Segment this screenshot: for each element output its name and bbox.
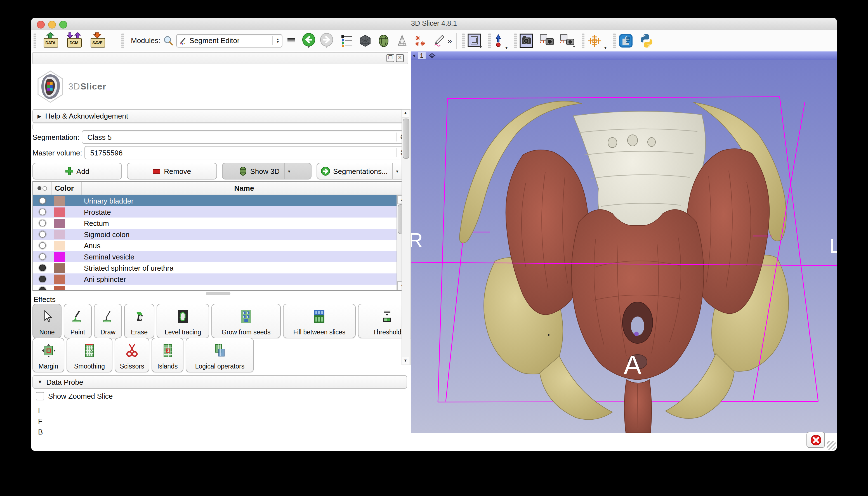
threed-view-controller-bar[interactable]: ◄ 1 bbox=[411, 51, 837, 60]
add-segment-button[interactable]: Add bbox=[32, 163, 122, 180]
master-volume-combobox[interactable]: 51755596 ▲▼ bbox=[85, 146, 406, 159]
segment-row[interactable]: Anus bbox=[33, 240, 397, 251]
segment-color-swatch[interactable] bbox=[54, 274, 65, 284]
segment-color-swatch[interactable] bbox=[54, 285, 65, 291]
segment-color-swatch[interactable] bbox=[54, 241, 65, 250]
extensions-manager-icon[interactable] bbox=[618, 33, 634, 48]
module-forward-button[interactable] bbox=[319, 33, 334, 48]
panel-scrollbar-thumb[interactable] bbox=[403, 119, 409, 159]
toolbar-grip[interactable] bbox=[582, 33, 585, 48]
threed-viewport[interactable]: R L A bbox=[411, 60, 837, 433]
toolbar-grip[interactable] bbox=[613, 33, 616, 48]
toolbar-grip[interactable] bbox=[121, 33, 124, 48]
segment-color-swatch[interactable] bbox=[54, 230, 65, 239]
save-button[interactable]: SAVE bbox=[89, 33, 106, 48]
effect-fill-between-slices-button[interactable]: Fill between slices bbox=[283, 304, 356, 338]
models-module-icon[interactable] bbox=[396, 34, 409, 47]
viewbar-collapse-icon[interactable]: ◄ bbox=[412, 53, 416, 58]
segmentations-dropdown[interactable]: ▼ bbox=[392, 163, 402, 179]
module-search-icon[interactable] bbox=[163, 35, 174, 46]
panel-float-icon[interactable]: ❐ bbox=[386, 54, 394, 62]
name-column-header[interactable]: Name bbox=[82, 182, 407, 195]
module-selector-combobox[interactable]: Segment Editor ▲▼ bbox=[176, 34, 282, 47]
help-acknowledgement-section[interactable]: ▶ Help & Acknowledgement bbox=[32, 109, 407, 123]
visibility-eye-icon[interactable] bbox=[33, 220, 51, 227]
crosshair-dropdown[interactable]: ▼ bbox=[603, 46, 607, 50]
segment-row[interactable]: Prostate bbox=[33, 206, 397, 218]
segment-color-swatch[interactable] bbox=[54, 196, 65, 205]
segmentation-combobox[interactable]: Class 5 ▲▼ bbox=[82, 130, 406, 144]
view-pin-icon[interactable] bbox=[429, 52, 436, 59]
visibility-eye-icon[interactable] bbox=[33, 242, 51, 249]
screenshot-icon[interactable] bbox=[519, 33, 535, 48]
visibility-eye-icon[interactable] bbox=[33, 264, 51, 271]
segment-row[interactable]: Ani sphincter bbox=[33, 274, 397, 285]
segment-color-swatch[interactable] bbox=[54, 207, 65, 217]
segment-row[interactable]: Seminal vesicle bbox=[33, 251, 397, 262]
toolbar-grip[interactable] bbox=[514, 33, 517, 48]
toolbar-grip[interactable] bbox=[34, 33, 36, 48]
mouse-mode-icon[interactable] bbox=[493, 33, 503, 48]
visibility-eye-icon[interactable] bbox=[33, 231, 51, 238]
panel-scroll-up-icon[interactable]: ▲ bbox=[402, 110, 409, 118]
color-column-header[interactable]: Color bbox=[52, 182, 82, 195]
subject-hierarchy-icon[interactable] bbox=[340, 34, 354, 47]
dicom-button[interactable]: DCM bbox=[65, 33, 82, 48]
segment-row[interactable]: Sigmoid colon bbox=[33, 229, 397, 240]
visibility-eye-icon[interactable] bbox=[33, 197, 51, 204]
data-probe-section[interactable]: ▼ Data Probe bbox=[32, 375, 407, 389]
show-3d-dropdown[interactable]: ▼ bbox=[284, 163, 294, 179]
toolbar-grip[interactable] bbox=[488, 33, 491, 48]
error-log-button[interactable] bbox=[806, 432, 825, 448]
layout-selector-icon[interactable] bbox=[467, 33, 484, 48]
load-data-button[interactable]: DATA bbox=[42, 33, 59, 48]
segment-row[interactable]: Rectum bbox=[33, 218, 397, 229]
segment-color-swatch[interactable] bbox=[54, 218, 65, 228]
effect-grow-from-seeds-button[interactable]: Grow from seeds bbox=[212, 304, 281, 338]
splitter-handle[interactable] bbox=[206, 292, 230, 295]
effect-logical-operators-button[interactable]: Logical operators bbox=[186, 338, 254, 372]
module-back-button[interactable] bbox=[301, 33, 316, 48]
scene-view-capture-icon[interactable] bbox=[539, 33, 556, 48]
module-combo-spinner[interactable]: ▲▼ bbox=[273, 36, 280, 45]
effect-scissors-button[interactable]: Scissors bbox=[115, 338, 149, 372]
toolbar-grip[interactable] bbox=[462, 33, 465, 48]
effect-none-button[interactable]: None bbox=[32, 304, 62, 338]
segment-color-swatch[interactable] bbox=[54, 263, 65, 273]
visibility-eye-icon[interactable] bbox=[33, 253, 51, 260]
effect-erase-button[interactable]: Erase bbox=[124, 304, 154, 338]
module-panel-scrollbar[interactable]: ▲ ▼ bbox=[402, 109, 410, 365]
effect-level-tracing-button[interactable]: Level tracing bbox=[157, 304, 209, 338]
show-3d-button[interactable]: Show 3D ▼ bbox=[222, 163, 311, 180]
visibility-column-header[interactable] bbox=[33, 182, 52, 195]
effect-smoothing-button[interactable]: Smoothing bbox=[66, 338, 112, 372]
annotations-module-icon[interactable] bbox=[414, 34, 427, 47]
effect-islands-button[interactable]: Islands bbox=[152, 338, 183, 372]
effect-paint-button[interactable]: Paint bbox=[64, 304, 92, 338]
segment-row-partial[interactable] bbox=[33, 285, 397, 291]
segmentations-button[interactable]: Segmentations... ▼ bbox=[316, 163, 406, 180]
scene-view-restore-icon[interactable] bbox=[559, 33, 576, 48]
mouse-mode-dropdown[interactable]: ▼ bbox=[505, 46, 508, 50]
visibility-eye-icon[interactable] bbox=[33, 208, 51, 215]
modules-history-icon[interactable] bbox=[287, 37, 296, 44]
data-module-cube-icon[interactable] bbox=[358, 34, 372, 47]
visibility-eye-icon[interactable] bbox=[33, 276, 51, 282]
visibility-eye-icon[interactable] bbox=[33, 287, 51, 291]
segment-row[interactable]: Striated sphincter of urethra bbox=[33, 262, 397, 274]
segment-row[interactable]: Urinary bladder bbox=[33, 195, 397, 206]
effect-draw-button[interactable]: Draw bbox=[94, 304, 122, 338]
python-console-icon[interactable] bbox=[639, 33, 654, 48]
window-resize-grip[interactable] bbox=[827, 440, 836, 450]
toolbar-overflow-chevron[interactable]: » bbox=[447, 36, 452, 45]
volumes-module-icon[interactable] bbox=[377, 34, 390, 47]
crosshair-icon[interactable] bbox=[587, 33, 602, 48]
remove-segment-button[interactable]: Remove bbox=[127, 163, 217, 180]
effect-margin-button[interactable]: Margin bbox=[32, 338, 64, 372]
segment-color-swatch[interactable] bbox=[54, 252, 65, 261]
panel-scroll-down-icon[interactable]: ▼ bbox=[402, 357, 409, 365]
panel-dock-titlebar[interactable]: ❐ ✕ bbox=[32, 52, 408, 64]
panel-close-icon[interactable]: ✕ bbox=[396, 54, 404, 62]
markups-pen-icon[interactable] bbox=[432, 34, 446, 47]
show-zoomed-slice-checkbox[interactable] bbox=[36, 392, 44, 400]
